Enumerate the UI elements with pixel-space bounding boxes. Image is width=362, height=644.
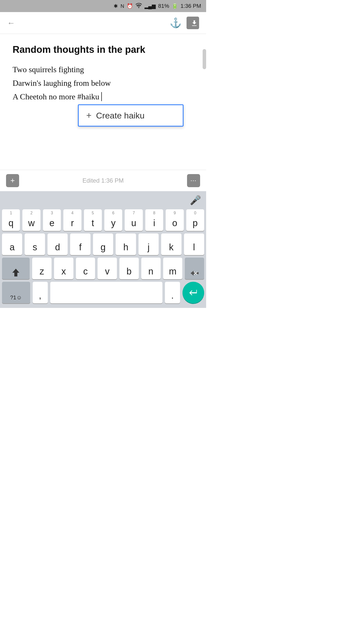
key-i[interactable]: 8i xyxy=(145,209,163,231)
key-d[interactable]: d xyxy=(48,233,68,255)
key-b[interactable]: b xyxy=(119,258,139,279)
hashtag-popup-plus-icon: + xyxy=(86,110,92,121)
key-n[interactable]: n xyxy=(141,258,161,279)
key-t[interactable]: 5t xyxy=(84,209,102,231)
hashtag-popup[interactable]: + Create haiku xyxy=(78,104,184,127)
edited-timestamp: Edited 1:36 PM xyxy=(82,177,124,184)
svg-rect-0 xyxy=(14,276,17,276)
key-u[interactable]: 7u xyxy=(125,209,143,231)
key-c[interactable]: c xyxy=(76,258,95,279)
mic-button[interactable]: 🎤 xyxy=(190,195,201,206)
keyboard-row-2: a s d f g h j k l xyxy=(2,233,204,255)
keyboard-row-3: z x c v b n m xyxy=(2,258,204,279)
add-button[interactable]: + xyxy=(6,174,19,187)
note-title: Random thoughts in the park xyxy=(13,44,194,56)
content-area: Random thoughts in the park Two squirrel… xyxy=(0,34,206,170)
dot-key[interactable]: . xyxy=(165,282,180,303)
keyboard-row-1: 1q 2w 3e 4r 5t 6y 7u 8i 9o 0p xyxy=(2,209,204,231)
note-body[interactable]: Two squirrels fighting Darwin's laughing… xyxy=(13,63,194,104)
num-special-key[interactable]: ?1☺ xyxy=(2,282,30,303)
bluetooth-icon: ✱ xyxy=(114,3,118,9)
battery-level: 81% xyxy=(158,3,169,9)
time-display: 1:36 PM xyxy=(180,3,201,9)
signal-icon: ▂▄▆ xyxy=(145,3,156,9)
keyboard-area: 🎤 1q 2w 3e 4r 5t 6y 7u 8i 9o 0p a s d f … xyxy=(0,191,206,308)
key-w[interactable]: 2w xyxy=(22,209,40,231)
note-line-3: A Cheetoh no more #haiku xyxy=(13,90,194,103)
key-k[interactable]: k xyxy=(161,233,181,255)
top-nav: ← ⚓ xyxy=(0,12,206,34)
scroll-indicator xyxy=(203,49,206,69)
key-l[interactable]: l xyxy=(184,233,204,255)
create-haiku-label: Create haiku xyxy=(96,111,145,120)
key-j[interactable]: j xyxy=(139,233,159,255)
keyboard-row-4: ?1☺ , . xyxy=(2,282,204,303)
key-g[interactable]: g xyxy=(93,233,113,255)
key-h[interactable]: h xyxy=(116,233,136,255)
wifi-icon xyxy=(135,3,142,9)
back-button[interactable]: ← xyxy=(7,18,15,28)
key-m[interactable]: m xyxy=(163,258,183,279)
note-line-2: Darwin's laughing from below xyxy=(13,76,194,90)
key-e[interactable]: 3e xyxy=(43,209,61,231)
keyboard-top-row: 🎤 xyxy=(0,191,206,208)
download-button[interactable] xyxy=(187,17,199,29)
key-q[interactable]: 1q xyxy=(2,209,20,231)
key-z[interactable]: z xyxy=(32,258,52,279)
key-x[interactable]: x xyxy=(54,258,73,279)
backspace-key[interactable] xyxy=(185,258,204,279)
key-p[interactable]: 0p xyxy=(186,209,204,231)
enter-key[interactable] xyxy=(183,282,204,303)
key-r[interactable]: 4r xyxy=(63,209,81,231)
key-o[interactable]: 9o xyxy=(166,209,184,231)
nfc-icon: N xyxy=(120,3,124,9)
more-options-button[interactable]: ⋯ xyxy=(187,174,200,187)
status-bar: ✱ N ⏰ ▂▄▆ 81% 🔋 1:36 PM xyxy=(0,0,206,12)
battery-icon: 🔋 xyxy=(172,3,178,9)
text-cursor xyxy=(99,92,102,101)
key-f[interactable]: f xyxy=(70,233,90,255)
keyboard-rows: 1q 2w 3e 4r 5t 6y 7u 8i 9o 0p a s d f g … xyxy=(0,208,206,308)
note-line-1: Two squirrels fighting xyxy=(13,63,194,76)
nav-right: ⚓ xyxy=(170,17,199,29)
alarm-icon: ⏰ xyxy=(127,3,133,9)
space-key[interactable] xyxy=(50,282,162,303)
key-a[interactable]: a xyxy=(2,233,22,255)
key-s[interactable]: s xyxy=(25,233,45,255)
pin-icon[interactable]: ⚓ xyxy=(170,17,182,28)
bottom-toolbar: + Edited 1:36 PM ⋯ xyxy=(0,170,206,191)
key-y[interactable]: 6y xyxy=(104,209,122,231)
comma-key[interactable]: , xyxy=(33,282,48,303)
shift-key[interactable] xyxy=(2,258,30,279)
key-v[interactable]: v xyxy=(98,258,117,279)
